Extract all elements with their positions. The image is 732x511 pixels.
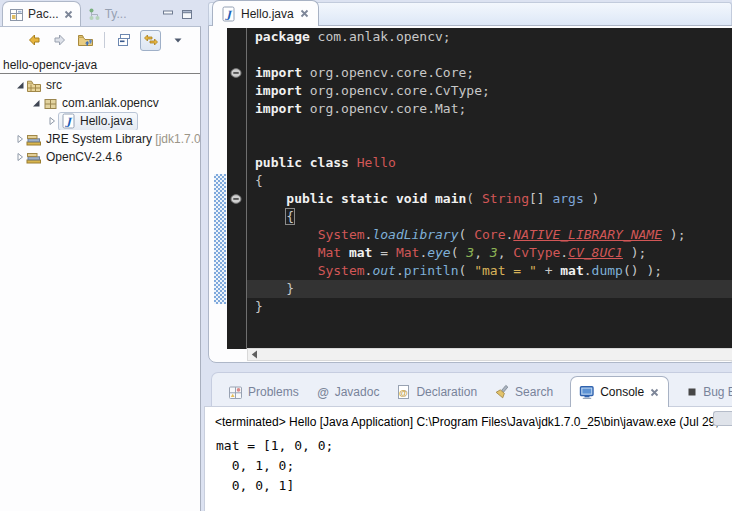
tab-label: Javadoc [335,385,380,399]
problems-icon [228,385,243,400]
tree-item-label: Hello.java [80,114,133,128]
expanded-arrow-icon[interactable] [14,80,26,90]
library-icon [26,150,42,165]
package-explorer-body: hello-opencv-java srccom.anlak.opencvJHe… [0,26,201,511]
javadoc-icon: @ [316,385,330,399]
code-line [247,118,732,136]
forward-button[interactable] [50,31,69,50]
console-output[interactable]: mat = [1, 0, 0; 0, 1, 0; 0, 0, 1] [205,429,732,496]
tab-label: Bug Explorer [703,385,732,399]
bug-icon [686,386,698,398]
tab-type-hierarchy[interactable]: Ty... [81,2,133,26]
fold-collapse-icon[interactable] [230,194,243,205]
tree-item-label: OpenCV-2.4.6 [46,150,122,164]
link-with-editor-button[interactable] [140,30,161,51]
tree-item-label: JRE System Library [46,132,152,146]
maximize-icon[interactable] [181,9,193,20]
package-icon [42,96,58,111]
package-folder-icon [26,78,42,93]
tab-package-explorer[interactable]: Pac... [2,1,81,26]
console-icon [579,385,595,400]
java-file-icon: J [60,113,76,129]
range-indicator [214,174,226,304]
editor-tab-label: Hello.java [241,7,294,21]
tree-item-com-anlak-opencv[interactable]: com.anlak.opencv [0,94,200,112]
tree-item-suffix: [jdk1.7.0 [152,132,200,146]
code-line: public static void main( String[] args ) [247,190,732,208]
tab-label: Problems [248,385,299,399]
tab-javadoc[interactable]: @Javadoc [316,378,380,406]
tree-item-project-root[interactable]: hello-opencv-java [0,56,200,74]
collapsed-arrow-icon[interactable] [46,116,58,126]
tab-console[interactable]: Console [570,376,669,407]
svg-text:@: @ [317,386,329,400]
code-line-current: } [247,280,732,298]
horizontal-scrollbar[interactable] [247,348,732,361]
selected-item-highlight: JHello.java [58,112,138,130]
code-line: { [247,172,732,190]
collapsed-arrow-icon[interactable] [14,134,26,144]
tab-label: Console [600,385,644,399]
java-file-icon: J [221,6,236,22]
tree-item-label: com.anlak.opencv [62,96,159,110]
view-window-buttons [162,9,193,20]
declaration-icon: @ [396,384,411,400]
collapse-all-button[interactable] [114,31,133,50]
refresh-folder-icon [77,32,94,48]
back-icon [26,32,42,48]
back-button[interactable] [24,31,43,50]
code-line: package com.anlak.opencv; [247,28,732,46]
scroll-left-icon[interactable] [248,350,261,359]
quick-diff-ruler[interactable] [213,28,227,349]
folding-ruler[interactable] [227,28,246,349]
console-title: <terminated> Hello [Java Application] C:… [205,407,732,429]
expanded-arrow-icon[interactable] [30,98,42,108]
code-line: import org.opencv.core.CvType; [247,82,732,100]
console-view: <terminated> Hello [Java Application] C:… [204,406,732,511]
code-line: } [247,298,732,316]
tab-label: Pac... [28,7,59,21]
type-hierarchy-icon [87,7,101,21]
editor-viewport: package com.anlak.opencv;import org.open… [213,28,732,349]
tab-problems[interactable]: Problems [228,378,299,406]
view-menu-icon [173,36,183,44]
editor-tab-hello-java[interactable]: J Hello.java [212,0,319,26]
code-line: import org.opencv.core.Mat; [247,100,732,118]
console-toolbar-button[interactable] [713,411,732,426]
search-icon [494,384,510,400]
fold-collapse-icon[interactable] [230,68,243,79]
left-tab-bar: Pac... Ty... [0,0,201,26]
code-line: System.out.println( "mat = " + mat.dump(… [247,262,732,280]
collapse-all-icon [116,32,132,48]
tab-search[interactable]: Search [494,378,553,406]
refresh-folder-button[interactable] [76,31,95,50]
tree-item-opencv-2-4-6[interactable]: OpenCV-2.4.6 [0,148,200,166]
view-menu-button[interactable] [168,31,187,50]
tab-declaration[interactable]: @Declaration [396,378,477,406]
package-explorer-icon [9,7,24,22]
tree-item-src[interactable]: src [0,76,200,94]
project-name: hello-opencv-java [3,58,97,72]
tree-item-jre-system-library[interactable]: JRE System Library [jdk1.7.0 [0,130,200,148]
bottom-tab-bar: Problems@Javadoc@DeclarationSearchConsol… [211,372,732,406]
tab-label: Declaration [416,385,477,399]
code-line: import org.opencv.core.Core; [247,64,732,82]
forward-icon [52,32,68,48]
code-line: public class Hello [247,154,732,172]
tree-item-label: src [46,78,62,92]
svg-text:@: @ [400,388,409,398]
code-line: Mat mat = Mat.eye( 3, 3, CvType.CV_8UC1 … [247,244,732,262]
tab-label: Ty... [105,7,127,21]
tab-bug-explorer[interactable]: Bug Explorer [686,378,732,406]
code-editor[interactable]: package com.anlak.opencv;import org.open… [247,28,732,349]
tree-item-hello-java[interactable]: JHello.java [0,112,200,130]
close-icon[interactable] [63,9,74,20]
link-with-editor-icon [143,33,159,47]
close-icon[interactable] [649,387,660,398]
package-explorer-view: Pac... Ty... hello-opencv-java srccom.an… [0,0,201,511]
minimize-icon[interactable] [162,9,174,20]
toolbar-separator [104,32,105,48]
editor-panel: package com.anlak.opencv;import org.open… [208,25,732,363]
collapsed-arrow-icon[interactable] [14,152,26,162]
close-icon[interactable] [299,8,310,19]
